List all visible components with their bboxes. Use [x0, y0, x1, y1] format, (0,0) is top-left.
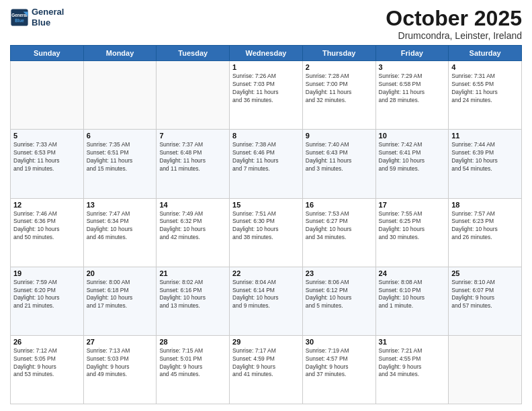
day-number-13: 13: [87, 201, 154, 209]
day-cell-30: 30Sunrise: 7:19 AM Sunset: 4:57 PM Dayli…: [302, 335, 375, 404]
week-row-0: 1Sunrise: 7:26 AM Sunset: 7:03 PM Daylig…: [11, 61, 522, 130]
day-cell-11: 11Sunrise: 7:44 AM Sunset: 6:39 PM Dayli…: [449, 130, 522, 198]
day-number-30: 30: [306, 338, 373, 346]
day-cell-25: 25Sunrise: 8:10 AM Sunset: 6:07 PM Dayli…: [449, 267, 522, 335]
day-cell-14: 14Sunrise: 7:49 AM Sunset: 6:32 PM Dayli…: [157, 198, 230, 267]
month-title: October 2025: [386, 7, 522, 30]
day-info-20: Sunrise: 8:00 AM Sunset: 6:18 PM Dayligh…: [87, 279, 154, 311]
day-number-25: 25: [451, 269, 519, 277]
day-number-3: 3: [379, 63, 446, 71]
week-row-2: 12Sunrise: 7:46 AM Sunset: 6:36 PM Dayli…: [11, 198, 522, 267]
day-info-26: Sunrise: 7:12 AM Sunset: 5:05 PM Dayligh…: [13, 347, 81, 379]
day-number-8: 8: [232, 132, 300, 140]
empty-cell: [11, 61, 84, 130]
day-cell-3: 3Sunrise: 7:29 AM Sunset: 6:58 PM Daylig…: [375, 61, 449, 130]
day-number-20: 20: [87, 269, 154, 277]
day-cell-8: 8Sunrise: 7:38 AM Sunset: 6:46 PM Daylig…: [230, 130, 303, 198]
day-cell-24: 24Sunrise: 8:08 AM Sunset: 6:10 PM Dayli…: [375, 267, 449, 335]
day-number-18: 18: [451, 201, 519, 209]
week-row-1: 5Sunrise: 7:33 AM Sunset: 6:53 PM Daylig…: [11, 130, 522, 198]
weekday-tuesday: Tuesday: [157, 46, 230, 61]
day-number-1: 1: [232, 63, 300, 71]
day-info-18: Sunrise: 7:57 AM Sunset: 6:23 PM Dayligh…: [451, 210, 519, 242]
day-cell-4: 4Sunrise: 7:31 AM Sunset: 6:55 PM Daylig…: [449, 61, 522, 130]
header: General Blue General Blue October 2025 D…: [10, 7, 522, 41]
day-cell-27: 27Sunrise: 7:13 AM Sunset: 5:03 PM Dayli…: [83, 335, 157, 404]
day-info-28: Sunrise: 7:15 AM Sunset: 5:01 PM Dayligh…: [159, 347, 226, 379]
logo-icon: General Blue: [10, 8, 29, 27]
weekday-thursday: Thursday: [302, 46, 375, 61]
location-subtitle: Drumcondra, Leinster, Ireland: [386, 30, 522, 41]
empty-cell: [449, 335, 522, 404]
day-number-6: 6: [87, 132, 154, 140]
day-number-2: 2: [306, 63, 373, 71]
day-cell-5: 5Sunrise: 7:33 AM Sunset: 6:53 PM Daylig…: [11, 130, 84, 198]
day-info-21: Sunrise: 8:02 AM Sunset: 6:16 PM Dayligh…: [159, 279, 226, 311]
day-info-23: Sunrise: 8:06 AM Sunset: 6:12 PM Dayligh…: [306, 279, 373, 311]
day-info-27: Sunrise: 7:13 AM Sunset: 5:03 PM Dayligh…: [87, 347, 154, 379]
day-cell-16: 16Sunrise: 7:53 AM Sunset: 6:27 PM Dayli…: [302, 198, 375, 267]
day-cell-31: 31Sunrise: 7:21 AM Sunset: 4:55 PM Dayli…: [375, 335, 449, 404]
weekday-monday: Monday: [83, 46, 157, 61]
day-number-29: 29: [232, 338, 300, 346]
day-cell-10: 10Sunrise: 7:42 AM Sunset: 6:41 PM Dayli…: [375, 130, 449, 198]
day-number-4: 4: [451, 63, 519, 71]
weekday-header-row: SundayMondayTuesdayWednesdayThursdayFrid…: [11, 46, 522, 61]
day-cell-26: 26Sunrise: 7:12 AM Sunset: 5:05 PM Dayli…: [11, 335, 84, 404]
day-number-19: 19: [13, 269, 81, 277]
weekday-sunday: Sunday: [11, 46, 84, 61]
logo: General Blue General Blue: [10, 7, 64, 28]
day-number-27: 27: [87, 338, 154, 346]
day-info-24: Sunrise: 8:08 AM Sunset: 6:10 PM Dayligh…: [379, 279, 446, 311]
day-number-26: 26: [13, 338, 81, 346]
week-row-4: 26Sunrise: 7:12 AM Sunset: 5:05 PM Dayli…: [11, 335, 522, 404]
day-number-12: 12: [13, 201, 81, 209]
day-cell-6: 6Sunrise: 7:35 AM Sunset: 6:51 PM Daylig…: [83, 130, 157, 198]
day-cell-22: 22Sunrise: 8:04 AM Sunset: 6:14 PM Dayli…: [230, 267, 303, 335]
day-info-4: Sunrise: 7:31 AM Sunset: 6:55 PM Dayligh…: [451, 73, 519, 105]
day-cell-13: 13Sunrise: 7:47 AM Sunset: 6:34 PM Dayli…: [83, 198, 157, 267]
day-info-22: Sunrise: 8:04 AM Sunset: 6:14 PM Dayligh…: [232, 279, 300, 311]
calendar-table: SundayMondayTuesdayWednesdayThursdayFrid…: [10, 45, 522, 404]
day-info-13: Sunrise: 7:47 AM Sunset: 6:34 PM Dayligh…: [87, 210, 154, 242]
day-number-11: 11: [451, 132, 519, 140]
page: General Blue General Blue October 2025 D…: [0, 0, 532, 411]
day-cell-17: 17Sunrise: 7:55 AM Sunset: 6:25 PM Dayli…: [375, 198, 449, 267]
weekday-friday: Friday: [375, 46, 449, 61]
day-number-22: 22: [232, 269, 300, 277]
day-info-29: Sunrise: 7:17 AM Sunset: 4:59 PM Dayligh…: [232, 347, 300, 379]
day-number-7: 7: [159, 132, 226, 140]
day-info-16: Sunrise: 7:53 AM Sunset: 6:27 PM Dayligh…: [306, 210, 373, 242]
day-info-9: Sunrise: 7:40 AM Sunset: 6:43 PM Dayligh…: [306, 141, 373, 173]
day-number-23: 23: [306, 269, 373, 277]
weekday-wednesday: Wednesday: [230, 46, 303, 61]
day-cell-12: 12Sunrise: 7:46 AM Sunset: 6:36 PM Dayli…: [11, 198, 84, 267]
day-info-30: Sunrise: 7:19 AM Sunset: 4:57 PM Dayligh…: [306, 347, 373, 379]
day-info-12: Sunrise: 7:46 AM Sunset: 6:36 PM Dayligh…: [13, 210, 81, 242]
day-cell-2: 2Sunrise: 7:28 AM Sunset: 7:00 PM Daylig…: [302, 61, 375, 130]
day-cell-1: 1Sunrise: 7:26 AM Sunset: 7:03 PM Daylig…: [230, 61, 303, 130]
logo-text-line1: General: [32, 7, 64, 17]
day-info-8: Sunrise: 7:38 AM Sunset: 6:46 PM Dayligh…: [232, 141, 300, 173]
day-number-15: 15: [232, 201, 300, 209]
day-cell-21: 21Sunrise: 8:02 AM Sunset: 6:16 PM Dayli…: [157, 267, 230, 335]
day-number-5: 5: [13, 132, 81, 140]
day-cell-18: 18Sunrise: 7:57 AM Sunset: 6:23 PM Dayli…: [449, 198, 522, 267]
day-info-19: Sunrise: 7:59 AM Sunset: 6:20 PM Dayligh…: [13, 279, 81, 311]
logo-text-line2: Blue: [32, 17, 64, 28]
day-info-7: Sunrise: 7:37 AM Sunset: 6:48 PM Dayligh…: [159, 141, 226, 173]
day-info-25: Sunrise: 8:10 AM Sunset: 6:07 PM Dayligh…: [451, 279, 519, 311]
day-number-10: 10: [379, 132, 446, 140]
day-info-11: Sunrise: 7:44 AM Sunset: 6:39 PM Dayligh…: [451, 141, 519, 173]
svg-text:Blue: Blue: [15, 18, 24, 23]
day-cell-20: 20Sunrise: 8:00 AM Sunset: 6:18 PM Dayli…: [83, 267, 157, 335]
empty-cell: [157, 61, 230, 130]
day-info-3: Sunrise: 7:29 AM Sunset: 6:58 PM Dayligh…: [379, 73, 446, 105]
day-number-17: 17: [379, 201, 446, 209]
day-number-14: 14: [159, 201, 226, 209]
day-info-5: Sunrise: 7:33 AM Sunset: 6:53 PM Dayligh…: [13, 141, 81, 173]
day-info-17: Sunrise: 7:55 AM Sunset: 6:25 PM Dayligh…: [379, 210, 446, 242]
day-info-1: Sunrise: 7:26 AM Sunset: 7:03 PM Dayligh…: [232, 73, 300, 105]
day-info-6: Sunrise: 7:35 AM Sunset: 6:51 PM Dayligh…: [87, 141, 154, 173]
day-info-14: Sunrise: 7:49 AM Sunset: 6:32 PM Dayligh…: [159, 210, 226, 242]
